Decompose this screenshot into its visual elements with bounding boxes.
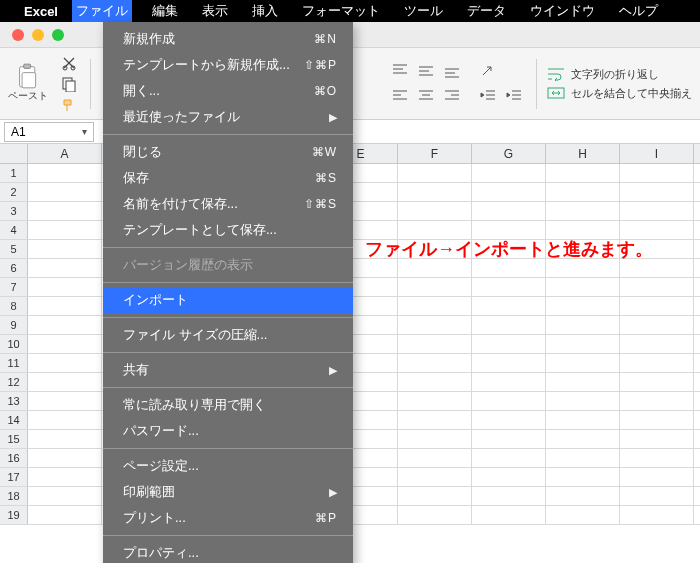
cell[interactable]	[398, 354, 472, 372]
cell[interactable]	[28, 316, 102, 334]
menu-data[interactable]: データ	[463, 0, 510, 22]
select-all-corner[interactable]	[0, 144, 28, 163]
format-painter-icon[interactable]	[58, 96, 80, 114]
cell[interactable]	[398, 297, 472, 315]
cell[interactable]	[620, 392, 694, 410]
window-minimize-icon[interactable]	[32, 29, 44, 41]
merge-center-button[interactable]: セルを結合して中央揃え	[547, 86, 692, 101]
cell[interactable]	[398, 487, 472, 505]
cell[interactable]	[546, 468, 620, 486]
cell[interactable]	[472, 335, 546, 353]
cell[interactable]	[546, 335, 620, 353]
file-menu-item[interactable]: ページ設定...	[103, 453, 353, 479]
cell[interactable]	[28, 297, 102, 315]
file-menu-item[interactable]: 名前を付けて保存...⇧⌘S	[103, 191, 353, 217]
cell[interactable]	[398, 164, 472, 182]
file-menu-item[interactable]: ファイル サイズの圧縮...	[103, 322, 353, 348]
cell[interactable]	[398, 335, 472, 353]
cell[interactable]	[472, 487, 546, 505]
cell[interactable]	[472, 373, 546, 391]
cell[interactable]	[620, 316, 694, 334]
cell[interactable]	[472, 354, 546, 372]
col-header[interactable]: H	[546, 144, 620, 163]
row-header[interactable]: 10	[0, 335, 28, 353]
cell[interactable]	[28, 335, 102, 353]
cell[interactable]	[398, 259, 472, 277]
cell[interactable]	[546, 411, 620, 429]
cell[interactable]	[28, 430, 102, 448]
menu-edit[interactable]: 編集	[148, 0, 182, 22]
cell[interactable]	[28, 202, 102, 220]
paste-icon[interactable]	[17, 65, 39, 87]
copy-icon[interactable]	[58, 75, 80, 93]
file-menu-item[interactable]: テンプレートとして保存...	[103, 217, 353, 243]
cell[interactable]	[620, 373, 694, 391]
row-header[interactable]: 11	[0, 354, 28, 372]
cell[interactable]	[620, 430, 694, 448]
file-menu-item[interactable]: 印刷範囲▶	[103, 479, 353, 505]
align-right-icon[interactable]	[440, 85, 464, 107]
cell[interactable]	[472, 164, 546, 182]
cell[interactable]	[398, 202, 472, 220]
cell[interactable]	[620, 354, 694, 372]
cell[interactable]	[546, 354, 620, 372]
name-box[interactable]: A1 ▾	[4, 122, 94, 142]
chevron-down-icon[interactable]: ▾	[82, 126, 87, 137]
cell[interactable]	[546, 183, 620, 201]
col-header[interactable]: G	[472, 144, 546, 163]
cell[interactable]	[398, 373, 472, 391]
col-header[interactable]: I	[620, 144, 694, 163]
cell[interactable]	[546, 392, 620, 410]
cell[interactable]	[472, 449, 546, 467]
cell[interactable]	[546, 259, 620, 277]
cell[interactable]	[472, 316, 546, 334]
cell[interactable]	[546, 487, 620, 505]
row-header[interactable]: 3	[0, 202, 28, 220]
cell[interactable]	[472, 411, 546, 429]
row-header[interactable]: 6	[0, 259, 28, 277]
menu-format[interactable]: フォーマット	[298, 0, 384, 22]
cell[interactable]	[620, 164, 694, 182]
cell[interactable]	[546, 430, 620, 448]
menu-tools[interactable]: ツール	[400, 0, 447, 22]
cell[interactable]	[620, 411, 694, 429]
menu-help[interactable]: ヘルプ	[615, 0, 662, 22]
row-header[interactable]: 15	[0, 430, 28, 448]
row-header[interactable]: 4	[0, 221, 28, 239]
file-menu-item[interactable]: 保存⌘S	[103, 165, 353, 191]
menu-window[interactable]: ウインドウ	[526, 0, 599, 22]
decrease-indent-icon[interactable]	[476, 85, 500, 107]
file-menu-item[interactable]: プリント...⌘P	[103, 505, 353, 531]
cell[interactable]	[28, 468, 102, 486]
cell[interactable]	[398, 183, 472, 201]
cell[interactable]	[472, 430, 546, 448]
cell[interactable]	[620, 506, 694, 524]
cell[interactable]	[28, 354, 102, 372]
cell[interactable]	[546, 373, 620, 391]
cell[interactable]	[472, 278, 546, 296]
menu-insert[interactable]: 挿入	[248, 0, 282, 22]
cell[interactable]	[546, 506, 620, 524]
cell[interactable]	[28, 164, 102, 182]
row-header[interactable]: 14	[0, 411, 28, 429]
row-header[interactable]: 8	[0, 297, 28, 315]
cell[interactable]	[546, 164, 620, 182]
cell[interactable]	[620, 202, 694, 220]
cell[interactable]	[546, 278, 620, 296]
cell[interactable]	[28, 373, 102, 391]
cell[interactable]	[620, 297, 694, 315]
file-menu-item[interactable]: 常に読み取り専用で開く	[103, 392, 353, 418]
cell[interactable]	[620, 449, 694, 467]
cell[interactable]	[398, 411, 472, 429]
file-menu-item[interactable]: 開く...⌘O	[103, 78, 353, 104]
align-top-icon[interactable]	[388, 60, 412, 82]
cell[interactable]	[546, 202, 620, 220]
cell[interactable]	[398, 430, 472, 448]
cell[interactable]	[398, 278, 472, 296]
row-header[interactable]: 7	[0, 278, 28, 296]
cell[interactable]	[472, 297, 546, 315]
wrap-text-button[interactable]: 文字列の折り返し	[547, 67, 692, 82]
cell[interactable]	[28, 278, 102, 296]
cell[interactable]	[546, 449, 620, 467]
col-header[interactable]: F	[398, 144, 472, 163]
